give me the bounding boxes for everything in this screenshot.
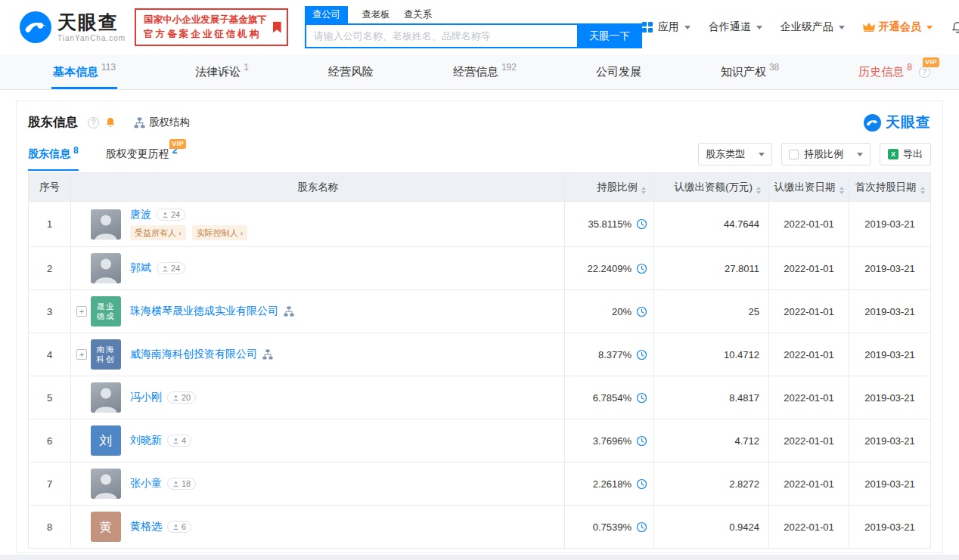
tab-basic-info[interactable]: 基本信息113 <box>51 54 117 89</box>
shareholder-name-link[interactable]: 黄格选 <box>130 520 162 534</box>
search-tab-company[interactable]: 查公司 <box>305 6 349 23</box>
sort-icon[interactable] <box>920 187 925 194</box>
subtab-label: 股东信息 <box>28 147 70 161</box>
tab-company-development[interactable]: 公司发展 <box>594 54 643 89</box>
search-tab-boss[interactable]: 查老板 <box>362 6 390 23</box>
partner-count-badge[interactable]: 20 <box>167 391 196 404</box>
column-label: 序号 <box>39 181 60 193</box>
search-button[interactable]: 天眼一下 <box>577 23 642 48</box>
column-header[interactable]: 认缴出资日期 <box>769 173 849 202</box>
partner-count-badge[interactable]: 6 <box>167 521 191 533</box>
partner-count-badge[interactable]: 18 <box>167 478 196 490</box>
company-structure-icon[interactable] <box>262 349 273 360</box>
search-input[interactable] <box>305 23 577 48</box>
tab-lawsuits[interactable]: 法律诉讼1 <box>194 54 250 89</box>
tab-label: 经营信息 <box>453 65 498 79</box>
shareholder-tag[interactable]: 受益所有人› <box>130 225 186 240</box>
column-header: 序号 <box>29 173 71 202</box>
sort-icon[interactable] <box>756 187 761 194</box>
monitor-bell-icon[interactable] <box>104 116 116 128</box>
column-header[interactable]: 认缴出资额(万元) <box>654 173 769 202</box>
sort-icon[interactable] <box>840 187 844 194</box>
tianyancha-watermark-icon <box>864 114 881 131</box>
shareholder-name-link[interactable]: 刘晓新 <box>130 434 162 447</box>
column-header[interactable]: 首次持股日期 <box>849 173 931 202</box>
table-body: 1 唐波 24 受益所有人›实际控制人 <box>29 202 931 549</box>
subtab-shareholders[interactable]: 股东信息8 <box>28 138 79 171</box>
shareholder-name-link[interactable]: 冯小刚 <box>130 391 162 404</box>
menu-enterprise-products[interactable]: 企业级产品 <box>781 20 845 34</box>
help-icon[interactable]: ? <box>88 117 99 128</box>
expand-row-button[interactable]: + <box>76 306 87 317</box>
history-clock-icon[interactable] <box>636 478 647 490</box>
partner-count-badge[interactable]: 24 <box>157 262 185 274</box>
search-tab-relation[interactable]: 查关系 <box>404 6 433 23</box>
sort-icon[interactable] <box>641 187 646 194</box>
shareholder-name-link[interactable]: 张小童 <box>130 477 162 490</box>
avatar: 刘 <box>91 425 121 456</box>
help-icon[interactable]: ? <box>919 67 930 78</box>
person-icon <box>172 438 179 444</box>
certification-box: 国家中小企业发展子基金旗下 官方备案企业征信机构 <box>135 8 288 47</box>
menu-apps[interactable]: 应用 <box>642 20 691 34</box>
notification-bell-icon[interactable] <box>951 20 959 34</box>
shareholder-name-link[interactable]: 珠海横琴晟业德成实业有限公司 <box>130 305 278 318</box>
tab-intellectual-property[interactable]: 知识产权38 <box>719 54 781 89</box>
shareholder-type-filter[interactable]: 股东类型 <box>698 143 772 166</box>
history-clock-icon[interactable] <box>636 392 647 404</box>
history-clock-icon[interactable] <box>636 521 647 533</box>
shareholder-name-link[interactable]: 威海南海科创投资有限公司 <box>130 348 257 361</box>
subtab-equity-changes[interactable]: 股权变更历程2VIP <box>106 138 178 171</box>
subtab-row: 股东信息8股权变更历程2VIP 股东类型 持股比例 X 导出 <box>28 138 931 171</box>
person-icon <box>172 524 179 531</box>
equity-structure-label: 股权结构 <box>149 116 190 129</box>
shareholder-name-link[interactable]: 唐波 <box>130 208 151 221</box>
table-row: 7 张小童 18 <box>29 463 931 506</box>
history-clock-icon[interactable] <box>636 435 647 447</box>
holding-ratio-filter[interactable]: 持股比例 <box>781 143 871 166</box>
ratio-value: 2.2618% <box>593 478 632 490</box>
expand-row-button[interactable]: + <box>76 349 87 360</box>
person-icon <box>172 481 179 487</box>
equity-structure-link[interactable]: 股权结构 <box>134 116 190 129</box>
search-area: 查公司查老板查关系 天眼一下 <box>305 6 642 48</box>
ratio-checkbox[interactable] <box>789 150 799 159</box>
table-row: 1 唐波 24 受益所有人›实际控制人 <box>29 202 931 247</box>
history-clock-icon[interactable] <box>636 349 647 360</box>
tab-count: 8 <box>907 62 912 73</box>
partner-count-badge[interactable]: 24 <box>157 209 185 221</box>
tab-count: 192 <box>501 62 517 73</box>
column-label: 股东名称 <box>297 181 338 193</box>
partner-count: 6 <box>182 522 186 531</box>
tab-history-info[interactable]: 历史信息8VIP? <box>857 54 932 89</box>
history-clock-icon[interactable] <box>636 306 647 317</box>
history-clock-icon[interactable] <box>636 263 647 274</box>
avatar <box>91 382 121 413</box>
logo-text: 天眼查 <box>57 12 126 33</box>
subscription-date: 2022-01-01 <box>769 202 849 247</box>
company-structure-icon[interactable] <box>284 306 294 317</box>
history-clock-icon[interactable] <box>636 218 647 230</box>
export-label: 导出 <box>903 147 923 161</box>
menu-membership[interactable]: 开通会员 <box>863 20 933 34</box>
tianyancha-logo[interactable]: 天眼查 TianYanCha.com <box>20 11 126 43</box>
subscription-date: 2022-01-01 <box>769 463 849 506</box>
export-button[interactable]: X 导出 <box>880 143 931 166</box>
first-holding-date: 2019-03-21 <box>849 463 931 506</box>
tab-label: 历史信息 <box>858 65 904 79</box>
table-row: 3 + 晟业德成 珠海横琴晟业德成实业有限公司 <box>29 290 931 333</box>
shareholder-tag[interactable]: 实际控制人› <box>192 225 248 240</box>
partner-count-badge[interactable]: 4 <box>167 435 191 447</box>
column-header[interactable]: 持股比例 <box>565 173 654 202</box>
table-controls: 股东类型 持股比例 X 导出 <box>698 143 931 166</box>
tab-operating-risk[interactable]: 经营风险 <box>327 54 375 89</box>
first-holding-date: 2019-03-21 <box>849 202 931 247</box>
shareholder-name-link[interactable]: 郭斌 <box>130 261 151 275</box>
chevron-down-icon <box>684 26 691 29</box>
chevron-down-icon <box>839 26 845 29</box>
capital-amount: 44.7644 <box>654 202 769 247</box>
column-label: 持股比例 <box>597 181 638 193</box>
tab-operating-info[interactable]: 经营信息192 <box>452 54 518 89</box>
subtab-label: 股权变更历程 <box>106 147 169 161</box>
menu-partnership[interactable]: 合作通道 <box>709 20 762 34</box>
